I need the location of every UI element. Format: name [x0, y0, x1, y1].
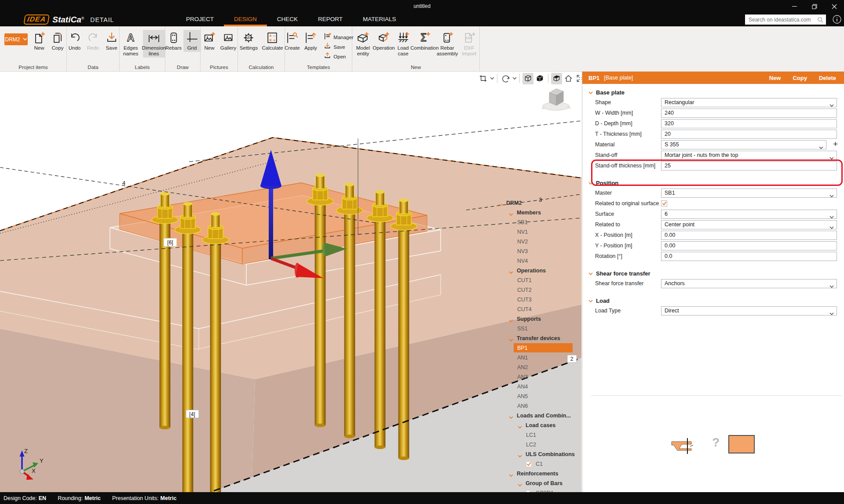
- tree-item-c1[interactable]: C1: [496, 459, 581, 469]
- ribbon-button-dimension-lines[interactable]: Dimension lines: [143, 30, 165, 58]
- home-icon[interactable]: [563, 73, 574, 84]
- viewport-3d[interactable]: 4 3 [6] [4] 2 Z Y X DRM2MembersSB1NV1NV2…: [0, 72, 581, 492]
- tree-item-lc2[interactable]: LC2: [496, 440, 581, 450]
- ribbon-button-save[interactable]: Save: [103, 30, 121, 52]
- tree-item-group-of-bars[interactable]: Group of Bars: [496, 479, 581, 488]
- chevron-down-icon[interactable]: [490, 77, 494, 80]
- ribbon-button-dxf-import[interactable]: DXFDXF Import: [459, 30, 479, 58]
- ribbon-button-save[interactable]: Save: [324, 43, 353, 51]
- delete-button[interactable]: Delete: [819, 75, 836, 81]
- input-t-thickness-mm-[interactable]: 20: [661, 130, 837, 139]
- chevron-down-icon[interactable]: [509, 211, 513, 214]
- ribbon-button-combination[interactable]: ΣCombination: [413, 30, 436, 52]
- chevron-down-icon[interactable]: [509, 318, 513, 321]
- select-shape[interactable]: Rectangular: [661, 98, 837, 107]
- tree-item-transfer-devices[interactable]: Transfer devices: [496, 334, 581, 343]
- add-material-button[interactable]: +: [833, 139, 838, 149]
- tree-item-cut1[interactable]: CUT1: [496, 276, 581, 285]
- ribbon-button-load-case[interactable]: Load case: [394, 30, 413, 58]
- ribbon-button-calculate[interactable]: +−×÷Calculate: [260, 30, 285, 52]
- chevron-down-icon[interactable]: [509, 414, 513, 417]
- tree-item-an2[interactable]: AN2: [496, 363, 581, 372]
- tree-item-ss1[interactable]: SS1: [496, 324, 581, 334]
- tree-item-an6[interactable]: AN6: [496, 401, 581, 411]
- tree-item-loads-and-combin-[interactable]: Loads and Combin...: [496, 411, 581, 421]
- select-surface[interactable]: 6: [661, 210, 837, 219]
- ribbon-button-operation[interactable]: Operation: [375, 30, 393, 52]
- ribbon-button-redo[interactable]: Redo: [84, 30, 102, 52]
- tree-item-reinforcements[interactable]: Reinforcements: [496, 469, 581, 479]
- input-d-depth-mm-[interactable]: 320: [661, 119, 837, 128]
- input-stand-off-thickness-mm-[interactable]: 25: [661, 161, 837, 170]
- select-master[interactable]: SB1: [661, 189, 837, 198]
- chevron-down-icon[interactable]: [509, 269, 513, 272]
- wire-cube-icon[interactable]: [522, 73, 533, 84]
- tree-item-cut2[interactable]: CUT2: [496, 285, 581, 295]
- ribbon-button-settings[interactable]: </>Settings: [238, 30, 259, 52]
- tree-item-uls-combinations[interactable]: ULS Combinations: [496, 450, 581, 459]
- tree-item-an3[interactable]: AN3: [496, 372, 581, 382]
- ribbon-button-rebar-assembly[interactable]: Rebar assembly: [437, 30, 458, 58]
- ribbon-button-grid[interactable]: Grid: [183, 30, 201, 52]
- copy-button[interactable]: Copy: [793, 75, 807, 81]
- menu-materials[interactable]: MATERIALS: [353, 13, 406, 26]
- fit-view-icon[interactable]: [575, 73, 581, 84]
- tree-item-sb1[interactable]: SB1: [496, 218, 581, 227]
- chevron-down-icon[interactable]: [498, 202, 503, 205]
- select-material[interactable]: S 355: [661, 140, 826, 149]
- tree-item-nv3[interactable]: NV3: [496, 247, 581, 256]
- ribbon-button-create[interactable]: Create: [283, 30, 301, 52]
- tree-item-cut3[interactable]: CUT3: [496, 295, 581, 305]
- orbit-icon[interactable]: [500, 73, 511, 84]
- input-rotation-[interactable]: 0.0: [661, 252, 837, 261]
- tree-item-nv1[interactable]: NV1: [496, 227, 581, 237]
- ribbon-button-new[interactable]: New: [201, 30, 218, 52]
- view-cube[interactable]: [540, 85, 573, 113]
- tree-item-supports[interactable]: Supports: [496, 314, 581, 324]
- input-x-position-m-[interactable]: 0.00: [661, 231, 837, 240]
- restore-button[interactable]: [804, 0, 824, 13]
- chevron-down-icon[interactable]: [509, 337, 513, 340]
- chevron-down-icon[interactable]: [518, 482, 522, 485]
- checkbox-related-to-original-surface[interactable]: [661, 200, 667, 207]
- menu-project[interactable]: PROJECT: [176, 13, 224, 26]
- ribbon-button-edges-names[interactable]: AEdges names: [120, 30, 142, 58]
- section-plane-icon[interactable]: [478, 73, 489, 84]
- section-header[interactable]: Position: [582, 178, 844, 188]
- new-button[interactable]: New: [769, 75, 781, 81]
- menu-design[interactable]: DESIGN: [224, 13, 267, 26]
- chevron-down-icon[interactable]: [518, 424, 522, 427]
- section-header[interactable]: Shear force transfer: [582, 268, 844, 278]
- solid-cube-icon[interactable]: [534, 73, 545, 84]
- select-load-type[interactable]: Direct: [661, 306, 837, 315]
- ribbon-button-manager[interactable]: Manager: [324, 33, 353, 41]
- search-input[interactable]: [745, 17, 817, 23]
- tree-item-an5[interactable]: AN5: [496, 392, 581, 401]
- tree-item-an1[interactable]: AN1: [496, 353, 581, 363]
- tree-item-cut4[interactable]: CUT4: [496, 305, 581, 314]
- select-related-to[interactable]: Center point: [661, 220, 837, 229]
- info-icon[interactable]: [832, 15, 842, 24]
- select-stand-off[interactable]: Mortar joint - nuts from the top: [661, 151, 837, 160]
- tree-item-nv2[interactable]: NV2: [496, 237, 581, 247]
- ribbon-button-gallery[interactable]: Gallery: [219, 30, 237, 52]
- tree-item-lc1[interactable]: LC1: [496, 430, 581, 440]
- search-box[interactable]: [745, 15, 826, 25]
- input-w-width-mm-[interactable]: 240: [661, 109, 837, 118]
- project-selector[interactable]: DRM2: [4, 33, 28, 45]
- tree-item-load-cases[interactable]: Load cases: [496, 421, 581, 430]
- ribbon-button-open[interactable]: Open: [324, 52, 353, 61]
- tree-item-nv4[interactable]: NV4: [496, 256, 581, 266]
- ribbon-button-undo[interactable]: Undo: [66, 30, 84, 52]
- tree-item-drm2[interactable]: DRM2: [496, 198, 581, 208]
- close-button[interactable]: [824, 0, 844, 13]
- ribbon-button-copy[interactable]: Copy: [49, 30, 66, 52]
- minimize-button[interactable]: [785, 0, 804, 13]
- section-header[interactable]: Base plate: [582, 87, 844, 97]
- input-y-position-m-[interactable]: 0.00: [661, 241, 837, 250]
- chevron-down-icon[interactable]: [509, 472, 513, 475]
- ribbon-button-new[interactable]: New: [30, 30, 48, 52]
- select-shear-force-transfer[interactable]: Anchors: [661, 279, 837, 288]
- ribbon-button-rebars[interactable]: Rebars: [165, 30, 183, 52]
- tree-checkbox[interactable]: [526, 461, 532, 467]
